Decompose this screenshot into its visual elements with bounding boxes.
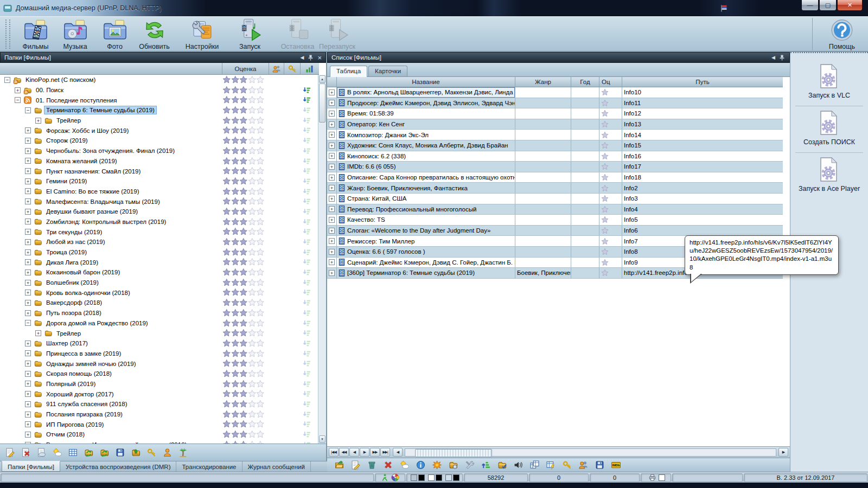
- users-icon[interactable]: [579, 460, 588, 470]
- folder-up-icon[interactable]: [131, 448, 141, 457]
- tree-item[interactable]: +Малефисента: Владычица тьмы (2019): [0, 196, 319, 207]
- cell-rating[interactable]: [599, 236, 622, 246]
- cell-path[interactable]: Info5: [622, 215, 783, 225]
- tree-expander[interactable]: +: [25, 361, 31, 367]
- sidebar-button-2[interactable]: Запуск в Ace Player: [795, 153, 864, 199]
- hscroll-left-icon[interactable]: ◀: [393, 448, 403, 457]
- table-row[interactable]: +Художник: Соня Клаус, Моника Алберти, Д…: [327, 140, 783, 151]
- cell-rating[interactable]: [599, 98, 622, 108]
- tree-expander[interactable]: +: [25, 138, 31, 144]
- bottom-tab-1[interactable]: Устройства воспроизведения (DMR): [60, 461, 176, 472]
- row-expander[interactable]: +: [329, 206, 335, 212]
- tree-expander[interactable]: +: [25, 127, 31, 133]
- cell-rating[interactable]: [599, 108, 622, 119]
- cell-genre[interactable]: [515, 151, 571, 162]
- nav-rew-icon[interactable]: ◀◀: [339, 448, 349, 457]
- cell-genre[interactable]: [515, 172, 571, 183]
- cell-path[interactable]: Info4: [622, 204, 783, 215]
- cell-year[interactable]: [571, 183, 599, 193]
- cell-path[interactable]: Info6: [622, 226, 783, 236]
- toolbar-button-photo-folder[interactable]: Фото: [95, 18, 135, 50]
- rating-stars[interactable]: [222, 339, 265, 348]
- cell-rating[interactable]: [599, 183, 622, 193]
- rating-stars[interactable]: [222, 298, 265, 307]
- tree-item[interactable]: +Хороший доктор (2017): [0, 389, 319, 399]
- toolbar-button-refresh[interactable]: Обновить: [135, 18, 174, 50]
- tree-expander[interactable]: +: [25, 219, 31, 224]
- cell-genre[interactable]: [515, 130, 571, 140]
- nav-first-icon[interactable]: |◀◀: [329, 448, 339, 457]
- tree-expander[interactable]: +: [15, 87, 21, 93]
- sidebar-button-0[interactable]: Запуск в VLC: [795, 60, 864, 106]
- tree-expander[interactable]: +: [25, 421, 31, 427]
- header-year[interactable]: Год: [571, 77, 599, 87]
- scrollbar-thumb[interactable]: [319, 84, 326, 123]
- info-gear-icon[interactable]: [416, 460, 425, 470]
- table-row[interactable]: +Продюсер: Джеймс Кэмерон, Дэвид Эллисон…: [327, 98, 783, 109]
- tree-item[interactable]: +Воспоминания: История первой выставки (…: [0, 440, 319, 444]
- column-actors[interactable]: [269, 63, 284, 74]
- sound-icon[interactable]: [514, 460, 523, 470]
- rating-stars[interactable]: [222, 359, 265, 368]
- header-rating[interactable]: Оц: [599, 77, 622, 87]
- folder-open-icon[interactable]: [335, 460, 344, 470]
- cell-name[interactable]: [360p] Терминатор 6: Темные судьбы (2019…: [337, 268, 515, 278]
- rating-stars[interactable]: [222, 136, 265, 145]
- rating-stars[interactable]: [222, 349, 265, 358]
- table-row[interactable]: +В ролях: Арнольд Шварценеггер, Маккензи…: [327, 87, 783, 98]
- tree-item[interactable]: +Чернобыль: Зона отчуждения. Финал (2019…: [0, 146, 319, 156]
- tree-item[interactable]: +Путь позора (2018): [0, 308, 319, 318]
- tree-item[interactable]: +Трейлер: [0, 328, 319, 338]
- cell-name[interactable]: Режиссер: Тим Миллер: [337, 236, 515, 246]
- maximize-button[interactable]: ▢: [819, 0, 837, 11]
- rating-stars[interactable]: [222, 75, 265, 84]
- rating-stars[interactable]: [222, 177, 265, 185]
- cell-year[interactable]: [571, 98, 599, 108]
- folder-check-icon[interactable]: [497, 460, 507, 470]
- table-row[interactable]: +Время: 01:58:39Info12: [327, 108, 783, 119]
- rating-stars[interactable]: [222, 95, 265, 104]
- rating-stars[interactable]: [222, 157, 265, 165]
- cell-genre[interactable]: Боевик, Приключения, Фантастика: [515, 268, 571, 278]
- row-expander[interactable]: +: [329, 153, 335, 159]
- rating-stars[interactable]: [222, 187, 265, 196]
- rating-stars[interactable]: [222, 268, 265, 277]
- page-edit-icon[interactable]: [5, 448, 15, 457]
- tree-expander[interactable]: +: [25, 269, 31, 275]
- cell-rating[interactable]: [599, 268, 622, 278]
- toolbar-grip[interactable]: [5, 20, 10, 49]
- cell-name[interactable]: Композитор: Джанки Экс-Эл: [337, 130, 515, 140]
- rating-stars[interactable]: [222, 380, 265, 388]
- tree-expander[interactable]: +: [25, 310, 31, 316]
- cell-name[interactable]: В ролях: Арнольд Шварценеггер, Маккензи …: [337, 87, 515, 98]
- tree-expander[interactable]: −: [15, 97, 21, 103]
- tree-expander[interactable]: +: [25, 198, 31, 204]
- rating-stars[interactable]: [222, 400, 265, 408]
- tree-expander[interactable]: +: [25, 148, 31, 154]
- cell-year[interactable]: [571, 172, 599, 183]
- cell-year[interactable]: [571, 215, 599, 225]
- header-genre[interactable]: Жанр: [515, 77, 571, 87]
- cell-year[interactable]: [571, 268, 599, 278]
- cell-rating[interactable]: [599, 204, 622, 215]
- cell-genre[interactable]: [515, 162, 571, 172]
- tools-icon[interactable]: [465, 460, 474, 470]
- cell-genre[interactable]: [515, 108, 571, 119]
- rating-stars[interactable]: [222, 309, 265, 317]
- cell-genre[interactable]: [515, 258, 571, 268]
- tree-expander[interactable]: +: [25, 158, 31, 164]
- tree-item[interactable]: +Три секунды (2019): [0, 227, 319, 237]
- cell-rating[interactable]: [599, 130, 622, 140]
- cell-name[interactable]: Время: 01:58:39: [337, 108, 515, 119]
- tree-item[interactable]: +Вакерсдорф (2018): [0, 298, 319, 308]
- cell-year[interactable]: [571, 247, 599, 257]
- cell-rating[interactable]: [599, 151, 622, 162]
- cell-year[interactable]: [571, 87, 599, 98]
- tree-expander[interactable]: −: [25, 107, 31, 113]
- rating-stars[interactable]: [222, 258, 265, 266]
- table-row[interactable]: +Страна: Китай, СШАInfo3: [327, 194, 783, 204]
- tree-item[interactable]: +Пункт назначения: Смайл (2019): [0, 166, 319, 176]
- cell-name[interactable]: Художник: Соня Клаус, Моника Алберти, Дэ…: [337, 140, 515, 151]
- tree-expander[interactable]: +: [25, 280, 31, 286]
- rating-stars[interactable]: [222, 319, 265, 328]
